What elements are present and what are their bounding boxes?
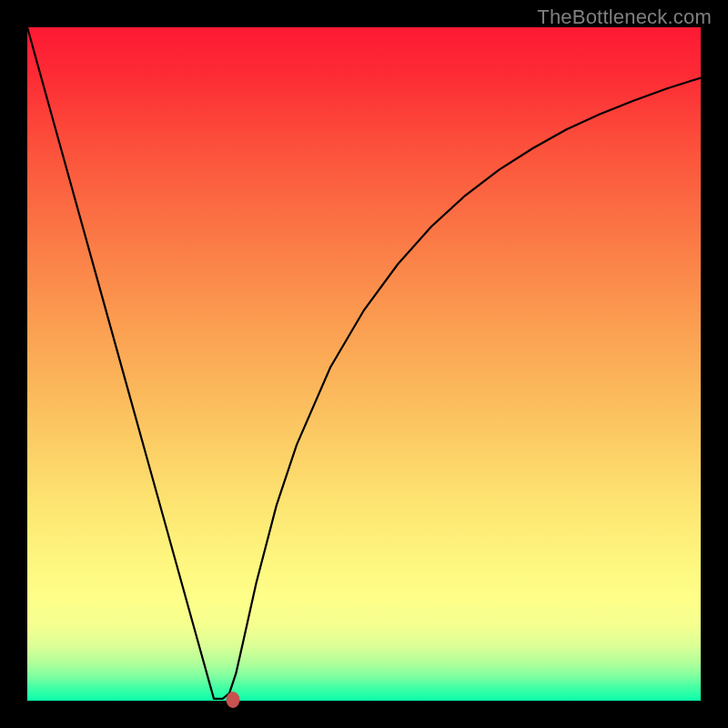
optimum-marker (226, 692, 239, 708)
bottleneck-curve (27, 27, 701, 701)
attribution-text: TheBottleneck.com (537, 5, 712, 29)
chart-area (27, 27, 701, 701)
